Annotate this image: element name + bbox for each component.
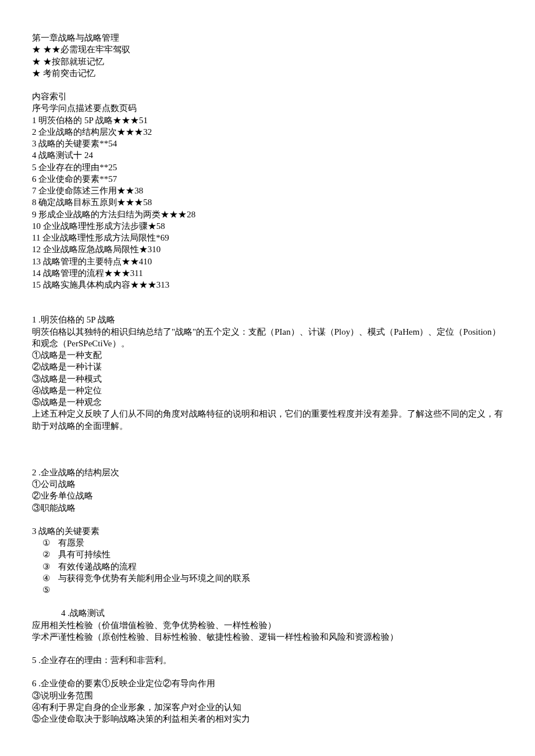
section-4-title: 4 .战略测试: [61, 607, 503, 619]
section-6-line: ③说明业务范围: [32, 690, 503, 701]
section-1-item: ②战略是一种计谋: [32, 361, 503, 372]
index-row: 6 企业使命的要素**57: [32, 173, 503, 185]
index-row: 12 企业战略应急战略局限性★310: [32, 243, 503, 255]
index-row: 11 企业战略理性形成方法局限性*69: [32, 232, 503, 243]
index-row: 9 形成企业战略的方法归结为两类★★★28: [32, 209, 503, 220]
index-row: 1 明茨伯格的 5P 战略★★★51: [32, 114, 503, 126]
section-2-item: ①公司战略: [32, 478, 503, 490]
index-row: 2 企业战略的结构层次★★★32: [32, 126, 503, 138]
index-heading: 内容索引: [32, 91, 503, 102]
section-1-intro: 明茨伯格以其独特的相识归纳总结了"战略"的五个定义：支配（PIan）、计谋（Pl…: [32, 326, 503, 350]
key-element: 与获得竞争优势有关能利用企业与环境之间的联系: [58, 572, 250, 584]
section-3-title: 3 战略的关键要素: [32, 525, 503, 537]
legend-line: ★ 考前突击记忆: [32, 67, 503, 79]
key-elements-column: 有愿景 具有可持续性 有效传递战略的流程 与获得竞争优势有关能利用企业与环境之间…: [58, 537, 250, 584]
index-row: 13 战略管理的主要特点★★410: [32, 256, 503, 267]
section-2-title: 2 .企业战略的结构层次: [32, 467, 503, 478]
section-1-summary: 上述五种定义反映了人们从不同的角度对战略特征的说明和相识，它们的重要性程度并没有…: [32, 408, 503, 432]
index-row: 4 战略测试十 24: [32, 149, 503, 161]
section-1-item: ③战略是一种模式: [32, 373, 503, 385]
index-row: 8 确定战略目标五原则★★★58: [32, 196, 503, 208]
section-4-line: 应用相关性检验（价值增值检验、竞争优势检验、一样性检验）: [32, 619, 503, 631]
section-1-item: ⑤战略是一种观念: [32, 396, 503, 408]
section-6-line: ⑤企业使命取决于影响战略决策的利益相关者的相对实力: [32, 713, 503, 725]
circled-number: ⑤: [42, 584, 50, 596]
index-row: 15 战略实施具体构成内容★★★313: [32, 279, 503, 291]
key-element: 具有可持续性: [58, 549, 250, 560]
circled-number: ②: [42, 549, 50, 560]
section-1-title: 1 .明茨伯格的 5P 战略: [32, 314, 503, 325]
key-element: 有愿景: [58, 537, 250, 549]
section-2-item: ②业务单位战略: [32, 490, 503, 501]
circled-number-column: ① ② ③ ④ ⑤: [42, 537, 50, 596]
legend-line: ★ ★★必需现在牢牢驾驭: [32, 44, 503, 55]
legend-line: ★ ★按部就班记忆: [32, 56, 503, 67]
section-4-line: 学术严谨性检验（原创性检验、目标性检验、敏捷性检验、逻辑一样性检验和风险和资源检…: [32, 631, 503, 643]
section-6-line: ④有利于界定自身的企业形象，加深客户对企业的认知: [32, 701, 503, 713]
section-5-line: 5 .企业存在的理由：营利和非营利。: [32, 654, 503, 666]
chapter-title: 第一章战略与战略管理: [32, 32, 503, 44]
index-row: 7 企业使命陈述三作用★★38: [32, 185, 503, 196]
document-page: 第一章战略与战略管理 ★ ★★必需现在牢牢驾驭 ★ ★按部就班记忆 ★ 考前突击…: [0, 0, 535, 756]
section-1-item: ①战略是一种支配: [32, 349, 503, 361]
index-row: 5 企业存在的理由**25: [32, 162, 503, 173]
circled-number: ③: [42, 561, 50, 572]
circled-number: ④: [42, 572, 50, 584]
index-row: 14 战略管理的流程★★★311: [32, 267, 503, 279]
section-2-item: ③职能战略: [32, 502, 503, 514]
key-element: 有效传递战略的流程: [58, 561, 250, 572]
section-6-line: 6 .企业使命的要素①反映企业定位②有导向作用: [32, 678, 503, 689]
index-row: 3 战略的关键要素**54: [32, 138, 503, 149]
section-1-item: ④战略是一种定位: [32, 385, 503, 396]
index-header-row: 序号学问点描述要点数页码: [32, 102, 503, 114]
index-row: 10 企业战略理性形成方法步骤★58: [32, 220, 503, 232]
circled-number: ①: [42, 537, 50, 549]
